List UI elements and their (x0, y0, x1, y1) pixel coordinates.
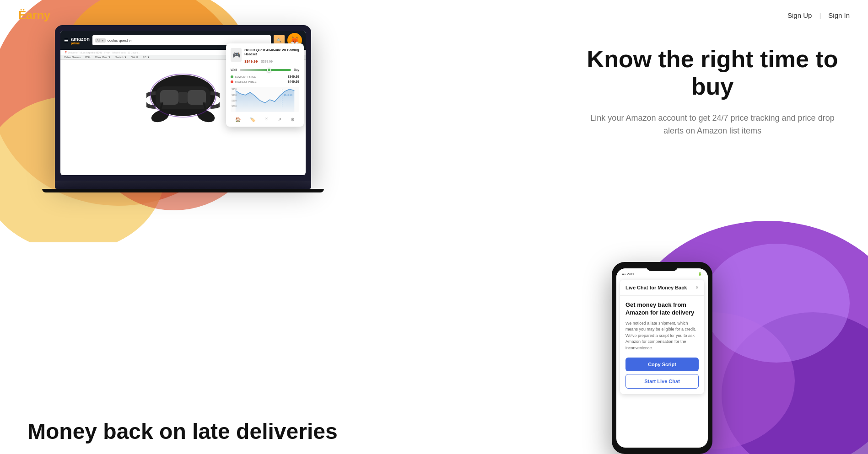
popup-slider (240, 69, 291, 71)
chat-modal-body: Get money back from Amazon for late deli… (620, 296, 704, 394)
bottom-heading: Money back on late deliveries (27, 418, 338, 445)
popup-product-header: 🎮 Oculus Quest All-in-one VR Gaming Head… (231, 48, 299, 64)
logo[interactable]: Ëarny (18, 8, 50, 22)
popup-price-current: $349.99 (244, 59, 258, 64)
popup-highest-price-row: HIGHEST PRICE $449.99 (231, 80, 299, 83)
price-axis-labels: $450 $400 $350 $300 (232, 88, 237, 107)
hero-subtext: Link your Amazon account to get 24/7 pri… (584, 112, 841, 138)
popup-product-img: 🎮 (231, 48, 242, 62)
chat-modal-close-icon[interactable]: × (695, 284, 699, 291)
popup-chart: $450 $400 $350 $300 (231, 87, 299, 112)
laptop-base (55, 181, 311, 189)
phone-body: ▪▪▪ WiFi 🔋 Live Chat for Money Back × Ge… (612, 262, 712, 454)
popup-wait-buy-slider: Wait Buy (231, 68, 299, 71)
popup-green-dot (231, 75, 233, 78)
chat-modal-heading: Get money back from Amazon for late deli… (625, 301, 699, 317)
signup-link[interactable]: Sign Up (787, 11, 812, 19)
copy-script-button[interactable]: Copy Script (625, 358, 699, 371)
laptop-mockup: ☰ amazon prime All ▼ oculus quest vr 🔍 🦊… (55, 25, 311, 192)
svg-text:$349.99: $349.99 (284, 94, 292, 96)
signin-link[interactable]: Sign In (828, 11, 850, 19)
popup-settings-icon: ⚙ (291, 117, 295, 122)
hero-heading: Know the right time to buy (584, 46, 841, 101)
svg-rect-6 (160, 90, 178, 105)
popup-home-icon: 🏠 (235, 117, 241, 122)
popup-buy-label: Buy (294, 68, 299, 71)
phone-screen: ▪▪▪ WiFi 🔋 Live Chat for Money Back × Ge… (616, 268, 708, 448)
popup-heart-icon: ♡ (264, 117, 269, 122)
popup-red-dot (231, 80, 233, 83)
phone-signal-icon: ▪▪▪ WiFi (622, 272, 634, 276)
phone-battery-icon: 🔋 (698, 272, 702, 276)
svg-point-19 (703, 244, 850, 363)
popup-wait-label: Wait (231, 68, 237, 71)
popup-product-name: Oculus Quest All-in-one VR Gaming Headse… (244, 48, 299, 56)
amazon-logo: amazon (71, 36, 90, 42)
earny-popup: 🎮 Oculus Quest All-in-one VR Gaming Head… (226, 43, 304, 127)
popup-lowest-label: LOWEST PRICE (235, 75, 256, 78)
phone-mockup: ▪▪▪ WiFi 🔋 Live Chat for Money Back × Ge… (612, 262, 712, 454)
chat-modal-description: We noticed a late shipment, which means … (625, 320, 699, 352)
logo-text: Ëarny (18, 8, 50, 22)
price-chart-svg: $349.99 (231, 87, 299, 112)
chat-modal-title: Live Chat for Money Back (625, 285, 687, 290)
bottom-left-section: Money back on late deliveries (27, 418, 338, 445)
laptop-body: ☰ amazon prime All ▼ oculus quest vr 🔍 🦊… (55, 25, 311, 181)
popup-highest-val: $449.99 (288, 80, 299, 83)
svg-rect-7 (188, 90, 206, 105)
laptop-screen: ☰ amazon prime All ▼ oculus quest vr 🔍 🦊… (60, 31, 306, 175)
hero-right-section: Know the right time to buy Link your Ama… (557, 46, 868, 138)
popup-lowest-price-row: LOWEST PRICE $349.99 (231, 75, 299, 78)
popup-lowest-val: $349.99 (288, 75, 299, 78)
amazon-search-text: oculus quest vr (108, 38, 268, 43)
chat-modal-header: Live Chat for Money Back × (620, 280, 704, 296)
phone-notch (646, 262, 678, 271)
start-live-chat-button[interactable]: Start Live Chat (625, 374, 699, 389)
svg-rect-8 (178, 92, 188, 103)
popup-product-info: Oculus Quest All-in-one VR Gaming Headse… (244, 48, 299, 64)
popup-bottom-icons: 🏠 🏷️ ♡ ↗ ⚙ (231, 115, 299, 122)
popup-highest-label: HIGHEST PRICE (235, 80, 257, 83)
laptop-foot (42, 189, 324, 192)
popup-share-icon: ↗ (278, 117, 281, 122)
popup-slider-dot (267, 68, 271, 72)
popup-price-rows: LOWEST PRICE $349.99 HIGHEST PRICE $449.… (231, 75, 299, 83)
amazon-hamburger: ☰ (64, 38, 68, 43)
popup-price-original: $399.99 (261, 60, 273, 63)
amazon-logo-area: amazon prime (71, 36, 90, 45)
nav-links: Sign Up | Sign In (787, 11, 850, 19)
chat-modal: Live Chat for Money Back × Get money bac… (620, 280, 704, 394)
vr-headset-image (146, 64, 220, 123)
nav-divider: | (819, 11, 821, 19)
popup-tag-icon: 🏷️ (250, 117, 255, 122)
amazon-prime: prime (71, 42, 90, 45)
navigation: Ëarny Sign Up | Sign In (0, 0, 868, 31)
